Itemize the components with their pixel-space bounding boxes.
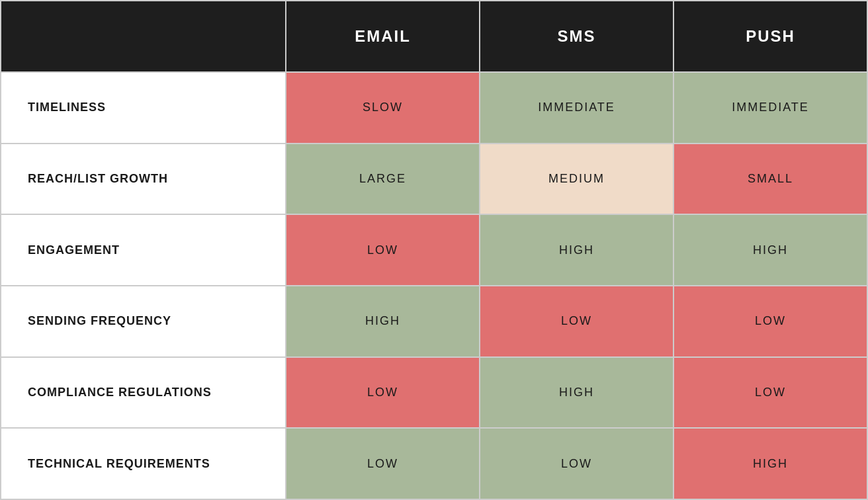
cell-email: LOW: [286, 358, 480, 428]
row-label-cell: COMPLIANCE REGULATIONS: [1, 358, 286, 428]
cell-value: HIGH: [365, 314, 400, 328]
row-label: TECHNICAL REQUIREMENTS: [28, 457, 210, 471]
cell-value: SMALL: [748, 172, 793, 186]
cell-push: SMALL: [674, 144, 867, 214]
row-label: COMPLIANCE REGULATIONS: [28, 386, 212, 399]
cell-email: SLOW: [286, 73, 480, 143]
cell-sms: LOW: [480, 286, 674, 356]
cell-value: SLOW: [363, 101, 403, 114]
row-label-cell: SENDING FREQUENCY: [1, 286, 286, 356]
row-label: REACH/LIST GROWTH: [28, 172, 168, 186]
header-sms: SMS: [480, 1, 674, 71]
cell-value: LARGE: [359, 172, 406, 186]
row-label: TIMELINESS: [28, 101, 106, 114]
header-label-cell: [1, 1, 286, 71]
header-row: EMAIL SMS PUSH: [1, 1, 867, 73]
row-label: SENDING FREQUENCY: [28, 314, 171, 328]
cell-push: LOW: [674, 286, 867, 356]
table-row: SENDING FREQUENCYHIGHLOWLOW: [1, 286, 867, 358]
cell-email: LOW: [286, 429, 480, 499]
row-label-cell: TIMELINESS: [1, 73, 286, 143]
cell-value: LOW: [367, 457, 398, 471]
table-row: REACH/LIST GROWTHLARGEMEDIUMSMALL: [1, 144, 867, 216]
cell-value: HIGH: [753, 457, 788, 471]
row-label: ENGAGEMENT: [28, 243, 120, 257]
cell-sms: IMMEDIATE: [480, 73, 674, 143]
cell-value: LOW: [561, 457, 592, 471]
cell-value: LOW: [755, 386, 786, 399]
cell-value: MEDIUM: [548, 172, 605, 186]
cell-value: LOW: [367, 243, 398, 257]
cell-value: LOW: [755, 314, 786, 328]
cell-push: HIGH: [674, 429, 867, 499]
cell-email: HIGH: [286, 286, 480, 356]
cell-value: HIGH: [753, 243, 788, 257]
table-row: TIMELINESSSLOWIMMEDIATEIMMEDIATE: [1, 73, 867, 144]
cell-push: LOW: [674, 358, 867, 428]
comparison-table: EMAIL SMS PUSH TIMELINESSSLOWIMMEDIATEIM…: [0, 0, 868, 500]
row-label-cell: TECHNICAL REQUIREMENTS: [1, 429, 286, 499]
header-email: EMAIL: [286, 1, 480, 71]
cell-value: IMMEDIATE: [732, 101, 809, 114]
cell-sms: HIGH: [480, 358, 674, 428]
table-row: TECHNICAL REQUIREMENTSLOWLOWHIGH: [1, 429, 867, 499]
table-row: COMPLIANCE REGULATIONSLOWHIGHLOW: [1, 358, 867, 429]
cell-value: IMMEDIATE: [538, 101, 615, 114]
cell-email: LARGE: [286, 144, 480, 214]
cell-value: HIGH: [559, 386, 594, 399]
row-label-cell: REACH/LIST GROWTH: [1, 144, 286, 214]
cell-sms: LOW: [480, 429, 674, 499]
row-label-cell: ENGAGEMENT: [1, 215, 286, 285]
cell-push: IMMEDIATE: [674, 73, 867, 143]
cell-value: LOW: [561, 314, 592, 328]
header-push: PUSH: [674, 1, 867, 71]
cell-value: HIGH: [559, 243, 594, 257]
table-row: ENGAGEMENTLOWHIGHHIGH: [1, 215, 867, 286]
cell-sms: MEDIUM: [480, 144, 674, 214]
cell-sms: HIGH: [480, 215, 674, 285]
cell-email: LOW: [286, 215, 480, 285]
cell-value: LOW: [367, 386, 398, 399]
cell-push: HIGH: [674, 215, 867, 285]
